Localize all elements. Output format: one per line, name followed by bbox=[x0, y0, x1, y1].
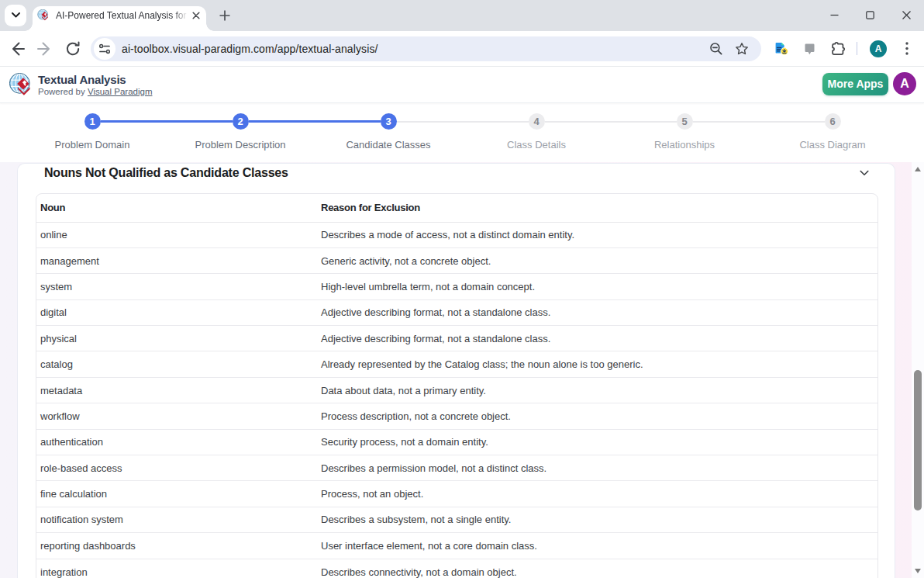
app-user-avatar[interactable]: A bbox=[893, 72, 916, 95]
scrollbar[interactable] bbox=[912, 162, 924, 578]
window-minimize-button[interactable] bbox=[829, 9, 840, 21]
window-maximize-button[interactable] bbox=[864, 9, 876, 21]
cell-reason: Describes a subsystem, not a single enti… bbox=[317, 507, 877, 532]
wizard-stepper: 1Problem Domain2Problem Description3Cand… bbox=[0, 103, 924, 162]
cell-reason: Adjective describing format, not a stand… bbox=[317, 300, 877, 325]
more-apps-button[interactable]: More Apps bbox=[822, 73, 888, 95]
cell-noun: integration bbox=[36, 559, 317, 578]
tab-close-icon[interactable] bbox=[191, 10, 202, 21]
cell-reason: Data about data, not a primary entity. bbox=[317, 378, 877, 403]
cell-reason: Describes a permission model, not a dist… bbox=[317, 455, 877, 480]
visual-paradigm-link[interactable]: Visual Paradigm bbox=[88, 87, 153, 96]
cell-reason: Generic activity, not a concrete object. bbox=[317, 248, 877, 273]
extensions-puzzle-icon[interactable] bbox=[831, 41, 846, 56]
table-row: notification systemDescribes a subsystem… bbox=[36, 507, 877, 533]
column-header-noun: Noun bbox=[36, 194, 317, 222]
tab-title: AI-Powered Textual Analysis for bbox=[56, 6, 189, 26]
table-row: digitalAdjective describing format, not … bbox=[36, 300, 877, 326]
window-close-button[interactable] bbox=[901, 9, 912, 21]
browser-profile-avatar[interactable]: A bbox=[870, 40, 887, 57]
cell-noun: physical bbox=[36, 326, 317, 351]
site-info-button[interactable] bbox=[94, 38, 116, 60]
step-label-1: Problem Domain bbox=[15, 139, 170, 151]
step-label-2: Problem Description bbox=[163, 139, 318, 151]
step-connector-3 bbox=[397, 121, 529, 123]
cell-noun: management bbox=[36, 248, 317, 273]
browser-menu-icon[interactable] bbox=[902, 40, 912, 58]
chevron-down-icon bbox=[12, 12, 20, 18]
cell-noun: notification system bbox=[36, 507, 317, 532]
cell-reason: Describes connectivity, not a domain obj… bbox=[317, 559, 877, 578]
table-row: fine calculationProcess, not an object. bbox=[36, 481, 877, 507]
url-text[interactable]: ai-toolbox.visual-paradigm.com/app/textu… bbox=[122, 36, 378, 61]
back-button[interactable] bbox=[9, 40, 27, 58]
step-connector-1 bbox=[101, 120, 233, 123]
scrollbar-thumb[interactable] bbox=[914, 370, 922, 511]
table-row: systemHigh-level umbrella term, not a do… bbox=[36, 274, 877, 299]
step-circle-5[interactable]: 5 bbox=[677, 113, 693, 130]
table-row: physicalAdjective describing format, not… bbox=[36, 326, 877, 351]
cell-noun: catalog bbox=[36, 351, 317, 376]
extension-comment-icon[interactable] bbox=[805, 43, 815, 55]
step-connector-5 bbox=[693, 121, 825, 123]
cell-reason: User interface element, not a core domai… bbox=[317, 533, 877, 558]
tab-strip: AI-Powered Textual Analysis for bbox=[0, 0, 924, 31]
app-title: Textual Analysis bbox=[38, 73, 126, 86]
table-row: catalogAlready represented by the Catalo… bbox=[36, 351, 877, 377]
visual-paradigm-logo bbox=[9, 73, 31, 96]
cell-reason: Adjective describing format, not a stand… bbox=[317, 326, 877, 351]
column-header-reason: Reason for Exclusion bbox=[317, 194, 877, 222]
browser-tab[interactable]: AI-Powered Textual Analysis for bbox=[33, 6, 206, 31]
table-row: reporting dashboardsUser interface eleme… bbox=[36, 533, 877, 559]
step-label-4: Class Details bbox=[459, 139, 614, 151]
app-header bbox=[0, 67, 924, 103]
visual-paradigm-favicon bbox=[37, 9, 49, 21]
table-row: authenticationSecurity process, not a do… bbox=[36, 430, 877, 455]
site-info-icon bbox=[99, 43, 110, 54]
cell-noun: system bbox=[36, 274, 317, 299]
step-label-6: Class Diagram bbox=[755, 139, 910, 151]
table-header-row: Noun Reason for Exclusion bbox=[36, 194, 877, 223]
address-bar[interactable]: ai-toolbox.visual-paradigm.com/app/textu… bbox=[91, 36, 761, 61]
cell-noun: digital bbox=[36, 300, 317, 325]
bookmark-star-icon[interactable] bbox=[735, 42, 749, 56]
table-row: workflowProcess description, not a concr… bbox=[36, 403, 877, 429]
table-row: metadataData about data, not a primary e… bbox=[36, 378, 877, 403]
cell-reason: High-level umbrella term, not a domain c… bbox=[317, 274, 877, 299]
step-circle-6[interactable]: 6 bbox=[825, 113, 841, 130]
step-circle-1[interactable]: 1 bbox=[84, 113, 101, 130]
cell-noun: fine calculation bbox=[36, 481, 317, 506]
cell-noun: metadata bbox=[36, 378, 317, 403]
cell-reason: Process, not an object. bbox=[317, 481, 877, 506]
step-circle-2[interactable]: 2 bbox=[233, 113, 249, 130]
cell-noun: online bbox=[36, 223, 317, 247]
step-label-5: Relationships bbox=[607, 139, 762, 151]
step-circle-4[interactable]: 4 bbox=[529, 113, 545, 130]
step-circle-3[interactable]: 3 bbox=[381, 113, 397, 130]
collapse-chevron-icon[interactable] bbox=[858, 167, 871, 179]
extension-docs-download-icon[interactable] bbox=[774, 41, 788, 55]
page-content: Nouns Not Qualified as Candidate Classes… bbox=[0, 162, 924, 578]
browser-toolbar: ai-toolbox.visual-paradigm.com/app/textu… bbox=[0, 31, 924, 67]
cell-noun: reporting dashboards bbox=[36, 533, 317, 558]
table-row: role-based accessDescribes a permission … bbox=[36, 455, 877, 481]
toolbar-divider bbox=[857, 42, 857, 55]
results-card: Nouns Not Qualified as Candidate Classes… bbox=[17, 163, 895, 578]
powered-by: Powered by Visual Paradigm bbox=[38, 87, 152, 96]
tab-search-button[interactable] bbox=[5, 5, 26, 26]
scrollbar-up-arrow[interactable] bbox=[915, 167, 921, 171]
cell-noun: workflow bbox=[36, 403, 317, 428]
step-label-3: Candidate Classes bbox=[311, 139, 466, 151]
forward-button[interactable] bbox=[35, 40, 53, 58]
cell-reason: Describes a mode of access, not a distin… bbox=[317, 223, 877, 247]
scrollbar-down-arrow[interactable] bbox=[915, 569, 921, 573]
cell-noun: role-based access bbox=[36, 455, 317, 480]
table-row: onlineDescribes a mode of access, not a … bbox=[36, 223, 877, 248]
zoom-out-indicator-icon[interactable] bbox=[709, 42, 723, 56]
cell-reason: Already represented by the Catalog class… bbox=[317, 351, 877, 376]
reload-button[interactable] bbox=[64, 40, 82, 58]
new-tab-button[interactable] bbox=[219, 10, 230, 21]
section-title: Nouns Not Qualified as Candidate Classes bbox=[44, 166, 288, 180]
nouns-table: Noun Reason for Exclusion onlineDescribe… bbox=[36, 193, 878, 578]
cell-reason: Process description, not a concrete obje… bbox=[317, 403, 877, 428]
